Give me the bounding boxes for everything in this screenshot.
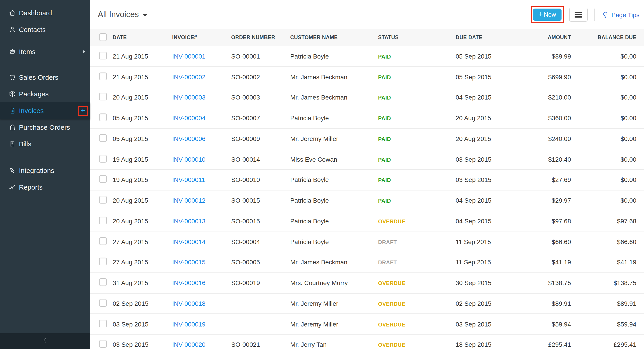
customer-name: Mr. Jerry Tan xyxy=(290,341,378,348)
table-row[interactable]: 20 Aug 2015INV-000012SO-00015Patricia Bo… xyxy=(90,190,644,211)
invoice-number-link[interactable]: INV-000003 xyxy=(172,94,206,101)
status-badge: OVERDUE xyxy=(378,301,405,307)
sidebar-collapse-button[interactable] xyxy=(0,333,90,349)
row-checkbox[interactable] xyxy=(99,340,107,348)
table-header: DATE INVOICE# ORDER NUMBER CUSTOMER NAME… xyxy=(90,29,644,46)
sidebar-item-contacts[interactable]: Contacts xyxy=(0,21,90,38)
home-icon xyxy=(8,9,16,17)
invoice-date: 03 Sep 2015 xyxy=(113,341,172,348)
select-all-checkbox[interactable] xyxy=(99,33,107,41)
invoice-number-link[interactable]: INV-000016 xyxy=(172,279,206,286)
add-invoice-button[interactable]: + xyxy=(81,106,85,114)
sidebar-item-items[interactable]: Items xyxy=(0,43,90,60)
column-header-due-date: DUE DATE xyxy=(456,35,513,40)
table-row[interactable]: 02 Sep 2015INV-000018Mr. Jeremy MillerOV… xyxy=(90,293,644,314)
reports-icon xyxy=(8,183,16,191)
invoice-number-link[interactable]: INV-000015 xyxy=(172,259,206,266)
invoice-number-link[interactable]: INV-000018 xyxy=(172,300,206,307)
sidebar-item-bills[interactable]: Bills xyxy=(0,136,90,152)
row-checkbox[interactable] xyxy=(99,320,107,327)
table-row[interactable]: 19 Aug 2015INV-000010SO-00014Miss Eve Co… xyxy=(90,149,644,170)
balance-due: $0.00 xyxy=(571,156,636,163)
invoice-number-link[interactable]: INV-000014 xyxy=(172,238,206,245)
row-checkbox[interactable] xyxy=(99,113,107,121)
invoice-number-link[interactable]: INV-000001 xyxy=(172,53,206,60)
status-badge: OVERDUE xyxy=(378,218,405,225)
status-badge: DRAFT xyxy=(378,260,397,266)
table-row[interactable]: 27 Aug 2015INV-000014SO-00004Patricia Bo… xyxy=(90,232,644,252)
sidebar-item-sales-orders[interactable]: Sales Orders xyxy=(0,69,90,85)
sidebar-item-label: Contacts xyxy=(19,26,46,33)
balance-due: $0.00 xyxy=(571,176,636,184)
customer-name: Mr. Jeremy Miller xyxy=(290,135,378,142)
table-row[interactable]: 03 Sep 2015INV-000019Mr. Jeremy MillerOV… xyxy=(90,314,644,335)
page-title: All Invoices xyxy=(98,10,139,19)
row-checkbox[interactable] xyxy=(99,155,107,162)
row-checkbox[interactable] xyxy=(99,237,107,245)
status-badge: PAID xyxy=(378,198,391,204)
table-row[interactable]: 20 Aug 2015INV-000013SO-00015Patricia Bo… xyxy=(90,211,644,232)
topbar-actions: +New Page Tips xyxy=(531,0,640,29)
row-checkbox[interactable] xyxy=(99,278,107,286)
invoice-date: 19 Aug 2015 xyxy=(113,176,172,184)
column-header-status: STATUS xyxy=(378,35,456,40)
invoice-number-link[interactable]: INV-000012 xyxy=(172,197,206,204)
row-checkbox[interactable] xyxy=(99,52,107,59)
row-checkbox[interactable] xyxy=(99,217,107,224)
new-button-label: New xyxy=(544,11,556,18)
status-badge: PAID xyxy=(378,156,391,163)
table-row[interactable]: 31 Aug 2015INV-000016SO-00019Mrs. Courtn… xyxy=(90,273,644,294)
customer-name: Patricia Boyle xyxy=(290,114,378,122)
table-row[interactable]: 20 Aug 2015INV-000003SO-00003Mr. James B… xyxy=(90,87,644,108)
invoice-date: 20 Aug 2015 xyxy=(113,197,172,204)
table-row[interactable]: 21 Aug 2015INV-000002SO-00002Mr. James B… xyxy=(90,67,644,88)
table-row[interactable]: 05 Aug 2015INV-000006SO-00009Mr. Jeremy … xyxy=(90,129,644,149)
row-checkbox[interactable] xyxy=(99,196,107,204)
column-header-order-number: ORDER NUMBER xyxy=(231,35,290,40)
sidebar: DashboardContactsItemsSales OrdersPackag… xyxy=(0,0,90,349)
row-checkbox[interactable] xyxy=(99,93,107,101)
due-date: 11 Sep 2015 xyxy=(456,259,513,266)
invoice-number-link[interactable]: INV-000002 xyxy=(172,73,206,80)
order-number: SO-00019 xyxy=(231,279,290,286)
customer-name: Patricia Boyle xyxy=(290,218,378,225)
invoice-amount: $210.00 xyxy=(513,94,571,101)
sidebar-item-packages[interactable]: Packages xyxy=(0,85,90,102)
page-tips-link[interactable]: Page Tips xyxy=(602,11,640,18)
invoice-number-link[interactable]: INV-000011 xyxy=(172,176,205,184)
table-row[interactable]: 27 Aug 2015INV-000015SO-00005Mr. James B… xyxy=(90,252,644,273)
invoice-number-link[interactable]: INV-000004 xyxy=(172,114,206,122)
invoice-number-link[interactable]: INV-000019 xyxy=(172,321,206,328)
row-checkbox[interactable] xyxy=(99,299,107,307)
table-row[interactable]: 05 Aug 2015INV-000004SO-00007Patricia Bo… xyxy=(90,108,644,129)
row-checkbox[interactable] xyxy=(99,258,107,266)
sidebar-item-purchase-orders[interactable]: Purchase Orders xyxy=(0,119,90,136)
invoice-number-link[interactable]: INV-000010 xyxy=(172,156,206,163)
invoice-number-link[interactable]: INV-000006 xyxy=(172,135,206,142)
balance-due: $0.00 xyxy=(571,94,636,101)
sidebar-item-invoices[interactable]: Invoices+ xyxy=(0,102,90,119)
due-date: 11 Sep 2015 xyxy=(456,238,513,245)
sidebar-item-reports[interactable]: Reports xyxy=(0,179,90,195)
invoice-amount: $27.69 xyxy=(513,176,571,184)
status-badge: PAID xyxy=(378,54,391,60)
sidebar-item-dashboard[interactable]: Dashboard xyxy=(0,4,90,21)
table-row[interactable]: 21 Aug 2015INV-000001SO-00001Patricia Bo… xyxy=(90,46,644,67)
invoice-number-link[interactable]: INV-000020 xyxy=(172,341,206,348)
list-options-button[interactable] xyxy=(569,8,588,22)
table-row[interactable]: 19 Aug 2015INV-000011SO-00010Patricia Bo… xyxy=(90,170,644,190)
invoice-number-link[interactable]: INV-000013 xyxy=(172,218,206,225)
order-number: SO-00004 xyxy=(231,238,290,245)
new-invoice-button[interactable]: +New xyxy=(533,8,562,21)
invoice-date: 27 Aug 2015 xyxy=(113,259,172,266)
page-title-dropdown[interactable]: All Invoices xyxy=(98,0,147,29)
row-checkbox[interactable] xyxy=(99,175,107,183)
invoice-amount: $59.94 xyxy=(513,321,571,328)
sidebar-item-label: Items xyxy=(19,48,36,55)
table-row[interactable]: 03 Sep 2015INV-000020SO-00021Mr. Jerry T… xyxy=(90,335,644,349)
invoice-date: 27 Aug 2015 xyxy=(113,238,172,245)
row-checkbox[interactable] xyxy=(99,134,107,142)
row-checkbox[interactable] xyxy=(99,72,107,80)
sidebar-item-integrations[interactable]: Integrations xyxy=(0,162,90,179)
invoice-date: 05 Aug 2015 xyxy=(113,114,172,122)
